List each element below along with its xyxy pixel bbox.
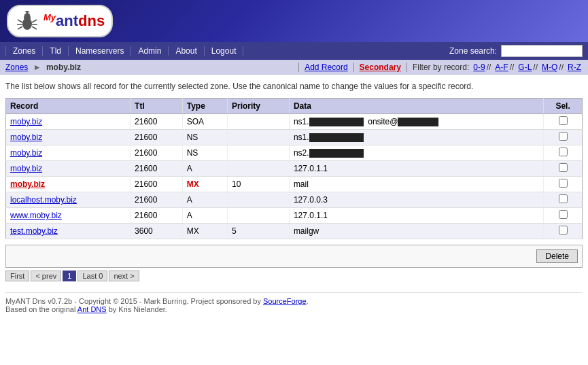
prev-page-button[interactable]: < prev [31, 271, 61, 281]
data-cell: ns1. onsite@ [289, 114, 543, 130]
current-page-button[interactable]: 1 [63, 271, 76, 281]
type-cell: A [182, 208, 227, 224]
record-link[interactable]: moby.biz [10, 164, 42, 173]
antdns-link[interactable]: Ant DNS [77, 305, 107, 313]
data-cell: 127.0.1.1 [289, 161, 543, 177]
nav-search-area: Zone search: [449, 45, 583, 57]
nav-tld[interactable]: Tld [43, 46, 69, 56]
table-row: moby.biz 21600 NS ns2. [6, 145, 583, 161]
row-checkbox[interactable] [559, 226, 568, 234]
record-link[interactable]: www.moby.biz [10, 211, 62, 220]
svg-point-9 [24, 12, 27, 14]
nav-logout[interactable]: Logout [205, 46, 244, 56]
type-cell: NS [182, 145, 227, 161]
ttl-cell: 21600 [131, 145, 183, 161]
sel-cell [544, 161, 583, 177]
row-checkbox[interactable] [559, 147, 568, 156]
table-row: moby.biz 21600 NS ns1. [6, 130, 583, 145]
table-row: localhost.moby.biz 21600 A 127.0.0.3 [6, 192, 583, 208]
sel-cell [544, 208, 583, 224]
logo-text: Myantdns [44, 12, 105, 30]
secondary-link[interactable]: Secondary [354, 63, 407, 72]
ttl-cell: 21600 [131, 114, 183, 130]
priority-cell [227, 192, 289, 208]
record-link[interactable]: moby.biz [10, 117, 42, 126]
logo-my: My [44, 12, 56, 22]
priority-cell [227, 208, 289, 224]
nav-zones[interactable]: Zones [5, 46, 43, 56]
next-page-button[interactable]: next > [109, 271, 139, 281]
ant-icon [15, 9, 39, 33]
ttl-cell: 21600 [131, 177, 183, 192]
filter-r-z[interactable]: R-Z [568, 63, 581, 72]
sel-cell [544, 145, 583, 161]
filter-m-q[interactable]: M-Q [542, 63, 557, 72]
footer-text2-post: by Kris Nielander. [107, 305, 167, 313]
record-link[interactable]: test.moby.biz [10, 226, 58, 236]
nav-nameservers[interactable]: Nameservers [69, 46, 131, 56]
row-checkbox[interactable] [559, 163, 568, 172]
filter-a-f[interactable]: A-F [495, 63, 508, 72]
data-cell: ns2. [289, 145, 543, 161]
record-link[interactable]: moby.biz [10, 148, 42, 158]
logo[interactable]: Myantdns [7, 5, 113, 37]
sel-cell [544, 177, 583, 192]
col-record: Record [6, 99, 131, 114]
logo-ant-text: ant [56, 12, 78, 29]
priority-cell [227, 114, 289, 130]
table-row: moby.biz 21600 A 127.0.1.1 [6, 161, 583, 177]
row-checkbox[interactable] [559, 116, 568, 125]
col-ttl: Ttl [131, 99, 183, 114]
filter-g-l[interactable]: G-L [518, 63, 532, 72]
nav-admin[interactable]: Admin [131, 46, 169, 56]
col-priority: Priority [227, 99, 289, 114]
zone-search-label: Zone search: [449, 46, 497, 56]
ttl-cell: 21600 [131, 208, 183, 224]
row-checkbox[interactable] [559, 179, 568, 188]
sel-cell [544, 114, 583, 130]
priority-cell [227, 145, 289, 161]
type-cell: A [182, 161, 227, 177]
delete-bar: Delete [5, 245, 583, 268]
table-row: moby.biz 21600 SOA ns1. onsite@ [6, 114, 583, 130]
ttl-cell: 21600 [131, 130, 183, 145]
sourceforge-link[interactable]: SourceForge [263, 297, 307, 305]
redacted-data [309, 133, 364, 142]
priority-cell [227, 161, 289, 177]
col-sel: Sel. [544, 99, 583, 114]
record-link[interactable]: localhost.moby.biz [10, 195, 77, 205]
nav-about[interactable]: About [169, 46, 204, 56]
action-bar: Add Record Secondary Filter by record: 0… [298, 63, 583, 72]
footer: MyANT Dns v0.7.2b - Copyright © 2015 - M… [5, 292, 583, 313]
record-link[interactable]: moby.biz [10, 179, 45, 189]
footer-line1: MyANT Dns v0.7.2b - Copyright © 2015 - M… [5, 297, 583, 305]
add-record-link[interactable]: Add Record [298, 63, 353, 72]
record-link[interactable]: moby.biz [10, 133, 42, 142]
redacted-data [309, 149, 364, 158]
zone-search-input[interactable] [501, 45, 583, 57]
delete-button[interactable]: Delete [536, 249, 578, 263]
breadcrumb-zones-link[interactable]: Zones [5, 63, 28, 72]
first-page-button[interactable]: First [5, 271, 29, 281]
priority-cell: 10 [227, 177, 289, 192]
row-checkbox[interactable] [559, 194, 568, 203]
table-body: moby.biz 21600 SOA ns1. onsite@ moby.biz… [6, 114, 583, 239]
last-page-button[interactable]: Last 0 [77, 271, 107, 281]
table-row: test.moby.biz 3600 MX 5 mailgw [6, 224, 583, 239]
filter-0-9[interactable]: 0-9 [473, 63, 485, 72]
ttl-cell: 3600 [131, 224, 183, 239]
row-checkbox[interactable] [559, 132, 568, 141]
data-cell: ns1. [289, 130, 543, 145]
breadcrumb-arrow: ► [33, 63, 41, 72]
footer-text1: MyANT Dns v0.7.2b - Copyright © 2015 - M… [5, 297, 263, 305]
footer-line2: Based on the original Ant DNS by Kris Ni… [5, 305, 583, 313]
svg-line-5 [18, 27, 22, 29]
priority-cell: 5 [227, 224, 289, 239]
svg-line-3 [18, 20, 22, 22]
type-cell: A [182, 192, 227, 208]
breadcrumb-bar: Zones ► moby.biz Add Record Secondary Fi… [0, 60, 588, 75]
navbar: Zones Tld Nameservers Admin About Logout… [0, 42, 588, 60]
row-checkbox[interactable] [559, 210, 568, 219]
data-cell: 127.0.1.1 [289, 208, 543, 224]
ttl-cell: 21600 [131, 192, 183, 208]
